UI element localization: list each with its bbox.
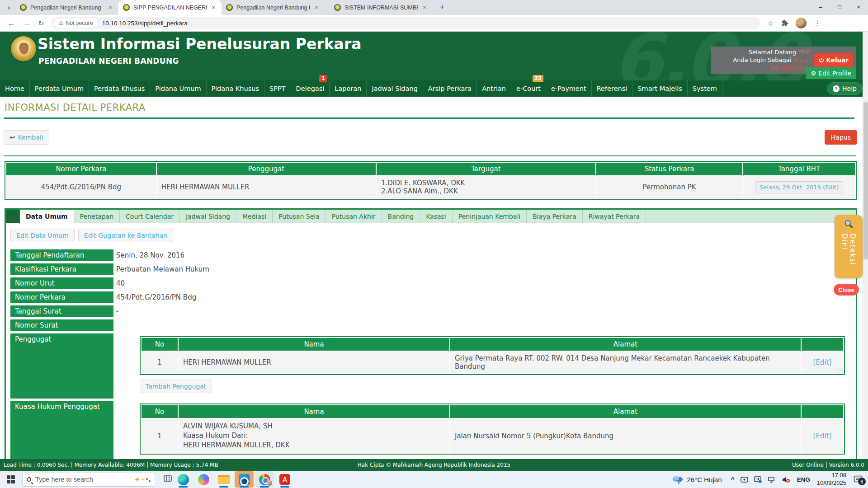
hapus-button[interactable]: Hapus: [825, 130, 857, 145]
nav-item-system[interactable]: System: [688, 80, 722, 97]
not-secure-chip[interactable]: ⚠ Not secure: [54, 19, 97, 28]
gear-icon: ⚙: [811, 70, 816, 77]
nav-item-perdata-umum[interactable]: Perdata Umum: [30, 80, 89, 97]
window-minimize-button[interactable]: –: [811, 0, 830, 14]
nav-item-sppt[interactable]: SPPT: [264, 80, 291, 97]
cell-penggugat: HERI HERMAWAN MULLER: [157, 176, 376, 198]
tab-jadwal-sidang[interactable]: Jadwal Sidang: [180, 210, 236, 223]
address-bar[interactable]: ⚠ Not secure 10.10.10.253/sipp/detil_per…: [51, 17, 760, 29]
ecourt-count-badge: 33: [533, 75, 543, 82]
nav-label: Smart Majelis: [637, 85, 682, 92]
tray-expand-chevron-icon[interactable]: ^: [731, 476, 734, 483]
main-nav: Home Perdata Umum Perdata Khusus Pidana …: [0, 80, 868, 97]
tab-data-umum[interactable]: Data Umum: [19, 210, 74, 224]
extensions-puzzle-icon[interactable]: [781, 19, 788, 27]
nav-item-epayment[interactable]: e-Payment: [546, 80, 592, 97]
nav-item-ecourt[interactable]: 33 e-Court: [511, 80, 546, 97]
tab-penetapan[interactable]: Penetapan: [74, 210, 120, 223]
start-button[interactable]: [7, 475, 15, 483]
tab-kasasi[interactable]: Kasasi: [420, 210, 453, 223]
edit-gugatan-button[interactable]: Edit Gugatan ke Bantahan: [78, 229, 173, 242]
tab-close-icon[interactable]: ×: [313, 4, 320, 11]
nav-item-smart-majelis[interactable]: Smart Majelis: [632, 80, 687, 97]
bookmark-star-icon[interactable]: ☆: [767, 19, 774, 28]
language-indicator[interactable]: ENG: [797, 476, 810, 483]
taskbar-file-explorer-icon[interactable]: [214, 471, 233, 488]
tray-volume-muted-icon[interactable]: [782, 476, 790, 483]
nav-label: Arsip Perkara: [428, 85, 472, 92]
window-maximize-button[interactable]: □: [830, 0, 849, 14]
tab-close-icon[interactable]: ×: [421, 4, 428, 11]
task-view-button[interactable]: [163, 474, 172, 485]
tanggal-bht-edit-button[interactable]: Selasa, 29 Okt. 2019 (Edit): [755, 181, 843, 193]
nav-item-antrian[interactable]: Antrian: [477, 80, 511, 97]
nav-item-perdata-khusus[interactable]: Perdata Khusus: [89, 80, 150, 97]
notification-center-button[interactable]: 8: [854, 475, 863, 483]
back-button[interactable]: ←: [7, 19, 15, 28]
taskbar-clock[interactable]: 17:08 10/09/2025: [817, 472, 846, 487]
tambah-penggugat-button[interactable]: Tambah Penggugat: [140, 380, 212, 393]
taskbar-copilot-icon[interactable]: [194, 471, 213, 488]
tab-close-icon[interactable]: ×: [210, 4, 217, 11]
menu-kebab-icon[interactable]: ⋮: [814, 19, 821, 28]
nama-line: ALVIN WIJAYA KUSUMA, SH: [183, 422, 445, 431]
browser-tab-4[interactable]: SISTEM INFORMASI SUMBER D ×: [330, 0, 433, 15]
tab-banding[interactable]: Banding: [382, 210, 420, 223]
nav-item-pidana-umum[interactable]: Pidana Umum: [150, 80, 206, 97]
tray-network-icon[interactable]: [768, 476, 776, 483]
taskbar-outlook-icon[interactable]: [235, 471, 254, 488]
court-favicon-icon: [226, 4, 233, 11]
page-scrollbar[interactable]: [863, 32, 868, 459]
weather-label[interactable]: 26°C Hujan: [687, 476, 722, 483]
tab-search-chevron-icon[interactable]: ∨: [4, 2, 14, 13]
tab-court-calendar[interactable]: Court Calendar: [120, 210, 180, 223]
nav-item-pidana-khusus[interactable]: Pidana Khusus: [207, 80, 264, 97]
logout-button[interactable]: Keluar: [814, 53, 853, 67]
nav-item-laporan[interactable]: Laporan: [330, 80, 367, 97]
scrollbar-thumb[interactable]: [863, 102, 868, 260]
reload-button[interactable]: ↻: [38, 19, 44, 28]
nav-item-arsip-perkara[interactable]: Arsip Perkara: [423, 80, 477, 97]
tab-riwayat-perkara[interactable]: Riwayat Perkara: [583, 210, 646, 223]
nav-item-home[interactable]: Home: [0, 80, 30, 97]
system-tray: 26°C Hujan ^ ENG 17:08 10/09/2025 8: [671, 472, 868, 487]
nav-item-referensi[interactable]: Referensi: [592, 80, 633, 97]
weather-rain-icon: [671, 474, 684, 484]
help-button[interactable]: ? Help: [827, 82, 863, 95]
edit-profile-button[interactable]: ⚙ Edit Profile: [806, 67, 856, 79]
tergugat-line: 2.ALO SANA Alm., DKK: [381, 187, 591, 195]
widget-close-button[interactable]: Close: [834, 284, 859, 296]
tab-close-icon[interactable]: ×: [107, 4, 114, 11]
browser-tab-2-active[interactable]: SIPP PENGADILAN NEGERI BAN ×: [118, 0, 222, 15]
taskbar-search-input[interactable]: Type here to search: [22, 473, 155, 487]
taskbar-chrome-icon[interactable]: [255, 471, 274, 488]
window-close-button[interactable]: ×: [849, 0, 868, 14]
profile-avatar[interactable]: [796, 18, 807, 28]
tray-sync-icon[interactable]: [754, 476, 762, 483]
nav-label: e-Court: [516, 85, 541, 92]
cell-alamat: Jalan Nursaid Nomor 5 (Pungkur)Kota Band…: [450, 419, 801, 453]
taskbar-edge-icon[interactable]: [174, 471, 193, 488]
browser-tab-3[interactable]: Pengadilan Negeri Bandung Ke ×: [222, 0, 325, 15]
kembali-button[interactable]: ↩ Kembali: [4, 130, 49, 145]
taskbar-acrobat-icon[interactable]: A: [275, 471, 294, 488]
tray-screen-record-icon[interactable]: [741, 476, 748, 483]
browser-tab-1[interactable]: Pengadilan Negeri Bandung ×: [15, 0, 118, 15]
tab-putusan-akhir[interactable]: Putusan Akhir: [326, 210, 382, 223]
new-tab-button[interactable]: +: [436, 1, 448, 13]
deteksi-dini-widget[interactable]: Deteksi Dini: [835, 215, 863, 278]
tergugat-line: 1.DIDI E. KOSWARA, DKK: [381, 179, 591, 187]
cell-nama: ALVIN WIJAYA KUSUMA, SH Kuasa Hukum Dari…: [179, 419, 449, 453]
nav-item-delegasi[interactable]: 1 Delegasi: [291, 80, 330, 97]
forward-button[interactable]: →: [23, 19, 31, 28]
edit-kuasa-hukum-link[interactable]: [Edit]: [813, 432, 832, 440]
tab-peninjauan-kembali[interactable]: Peninjauan Kembali: [453, 210, 527, 223]
edit-penggugat-link[interactable]: [Edit]: [813, 358, 832, 366]
tab-putusan-sela[interactable]: Putusan Sela: [273, 210, 326, 223]
edit-data-umum-button[interactable]: Edit Data Umum: [10, 229, 75, 242]
tab-biaya-perkara[interactable]: Biaya Perkara: [527, 210, 582, 223]
tab-mediasi[interactable]: Mediasi: [236, 210, 273, 223]
cell-tanggal-bht: Selasa, 29 Okt. 2019 (Edit): [743, 176, 855, 198]
url-text[interactable]: 10.10.10.253/sipp/detil_perkara: [102, 20, 188, 27]
nav-item-jadwal-sidang[interactable]: Jadwal Sidang: [367, 80, 423, 97]
